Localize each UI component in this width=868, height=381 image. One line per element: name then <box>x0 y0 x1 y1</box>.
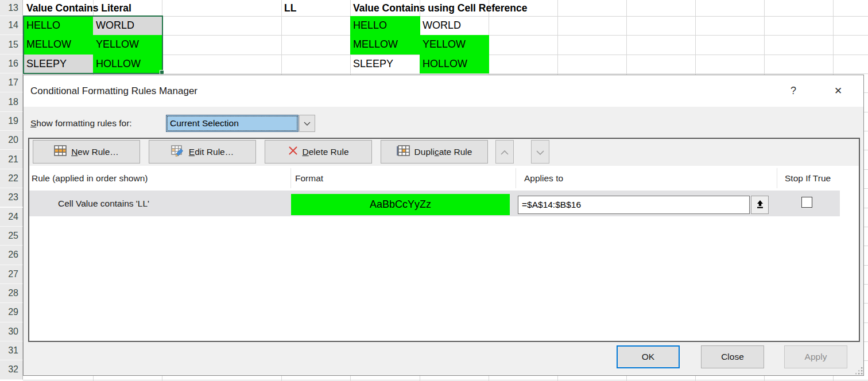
stop-if-true-checkbox[interactable] <box>801 197 812 208</box>
cell-F14[interactable]: WORLD <box>420 16 489 35</box>
scope-dropdown-value[interactable]: Current Selection <box>166 115 299 132</box>
row-header-18[interactable]: 18 <box>0 92 23 111</box>
row-header-13[interactable]: 13 <box>0 0 23 16</box>
chevron-up-icon <box>501 147 509 157</box>
dialog-title: Conditional Formatting Rules Manager <box>30 75 197 107</box>
row-header-21[interactable]: 21 <box>0 150 23 169</box>
chevron-down-icon[interactable] <box>299 115 315 132</box>
cf-rules-manager-dialog: Conditional Formatting Rules Manager ? ✕… <box>23 75 864 376</box>
column-divider <box>290 168 291 188</box>
row-header-30[interactable]: 30 <box>0 322 23 341</box>
selection-border <box>23 15 163 74</box>
red-x-icon <box>288 146 298 158</box>
column-header-applies-to: Applies to <box>524 166 563 190</box>
gridline <box>23 380 868 380</box>
row-header-20[interactable]: 20 <box>0 131 23 150</box>
row-header-29[interactable]: 29 <box>0 303 23 322</box>
cell-E15[interactable]: MELLOW <box>350 35 420 54</box>
row-header-27[interactable]: 27 <box>0 265 23 284</box>
duplicate-rule-label: Duplicate Rule <box>414 147 472 157</box>
rule-description: Cell Value contains 'LL' <box>58 190 149 216</box>
chevron-down-icon <box>536 147 544 157</box>
edit-rule-label: Edit Rule… <box>189 147 234 157</box>
column-header-rule: Rule (applied in order shown) <box>32 166 148 190</box>
help-icon[interactable]: ? <box>788 75 799 107</box>
row-header-25[interactable]: 25 <box>0 227 23 246</box>
cell-F15[interactable]: YELLOW <box>420 35 489 54</box>
row-header-24[interactable]: 24 <box>0 208 23 227</box>
table-grid-icon <box>54 145 67 158</box>
row-header-28[interactable]: 28 <box>0 284 23 303</box>
applies-to-input[interactable] <box>518 196 750 214</box>
apply-button[interactable]: Apply <box>784 345 847 368</box>
column-header-format: Format <box>295 166 323 190</box>
delete-rule-button[interactable]: Delete Rule <box>265 140 372 164</box>
rules-list-control: New Rule… <box>28 138 860 342</box>
row-header-16[interactable]: 16 <box>0 55 23 73</box>
cell-E16[interactable]: SLEEPY <box>350 55 420 73</box>
format-preview-swatch: AaBbCcYyZz <box>291 194 510 215</box>
cell-E13[interactable]: Value Contains using Cell Reference <box>350 0 420 16</box>
dialog-titlebar[interactable]: Conditional Formatting Rules Manager ? ✕ <box>24 75 863 107</box>
fill-handle[interactable] <box>160 70 164 75</box>
edit-rule-button[interactable]: Edit Rule… <box>149 140 256 164</box>
excel-screen: 1314151617181920212223242526272829303132… <box>0 0 868 381</box>
table-grid-icon <box>397 145 410 158</box>
rules-list-header: Rule (applied in order shown) Format App… <box>29 166 859 190</box>
rule-row-selected[interactable]: Cell Value contains 'LL' AaBbCcYyZz <box>29 190 840 216</box>
column-header-stop-if-true: Stop If True <box>785 166 831 190</box>
cell-D13[interactable]: LL <box>281 0 350 16</box>
show-formatting-rules-label: Show formatting rules for: <box>30 115 132 132</box>
collapse-dialog-button[interactable] <box>751 196 769 214</box>
new-rule-label: New Rule… <box>71 147 119 157</box>
scope-dropdown[interactable]: Current Selection <box>166 115 315 132</box>
delete-rule-label: Delete Rule <box>303 147 349 157</box>
row-header-32[interactable]: 32 <box>0 360 23 379</box>
row-header-31[interactable]: 31 <box>0 341 23 360</box>
row-header-17[interactable]: 17 <box>0 73 23 92</box>
column-divider <box>777 168 777 188</box>
close-button[interactable]: Close <box>701 345 764 368</box>
duplicate-rule-button[interactable]: Duplicate Rule <box>381 140 488 164</box>
row-header-15[interactable]: 15 <box>0 35 23 54</box>
collapse-dialog-icon <box>755 200 765 211</box>
column-divider <box>516 168 516 188</box>
row-header-14[interactable]: 14 <box>0 16 23 35</box>
resize-grip[interactable] <box>855 367 863 375</box>
new-rule-button[interactable]: New Rule… <box>33 140 140 164</box>
row-header-26[interactable]: 26 <box>0 246 23 265</box>
row-header-19[interactable]: 19 <box>0 112 23 131</box>
close-icon[interactable]: ✕ <box>831 75 845 107</box>
move-rule-up-button[interactable] <box>495 140 514 164</box>
row-header-22[interactable]: 22 <box>0 169 23 188</box>
rules-toolbar: New Rule… <box>29 139 859 166</box>
ok-button[interactable]: OK <box>617 345 680 368</box>
cell-A13[interactable]: Value Contains Literal <box>24 0 93 16</box>
move-rule-down-button[interactable] <box>531 140 549 164</box>
table-pencil-icon <box>171 145 184 159</box>
cell-E14[interactable]: HELLO <box>350 16 420 35</box>
row-header-23[interactable]: 23 <box>0 188 23 207</box>
cell-F16[interactable]: HOLLOW <box>420 55 489 73</box>
